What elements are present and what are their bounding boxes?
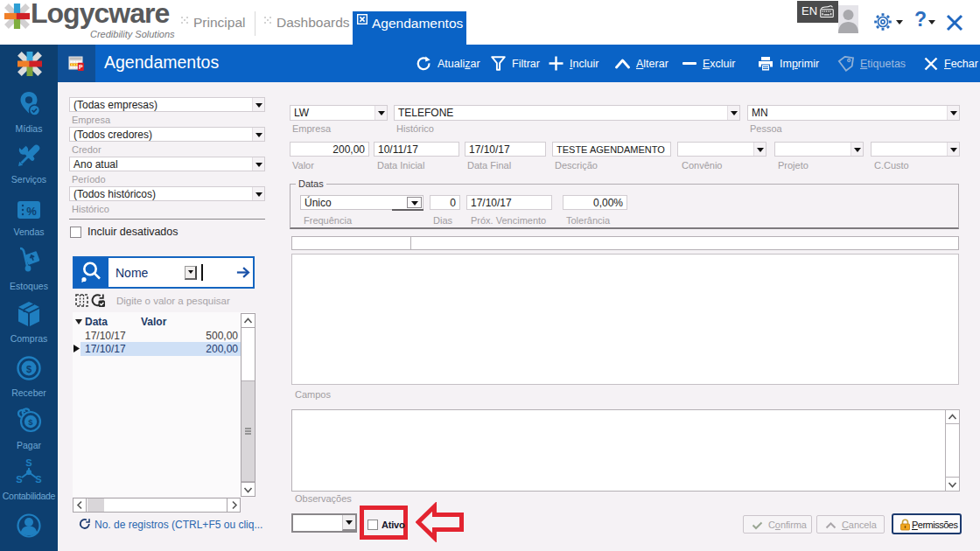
- svg-text:$: $: [28, 417, 33, 427]
- svg-text:$: $: [26, 364, 32, 374]
- svg-text:S: S: [25, 459, 32, 468]
- svg-text:%: %: [26, 205, 37, 218]
- svg-text:S: S: [16, 474, 22, 485]
- svg-text:P: P: [79, 64, 83, 70]
- svg-text:S: S: [35, 474, 41, 485]
